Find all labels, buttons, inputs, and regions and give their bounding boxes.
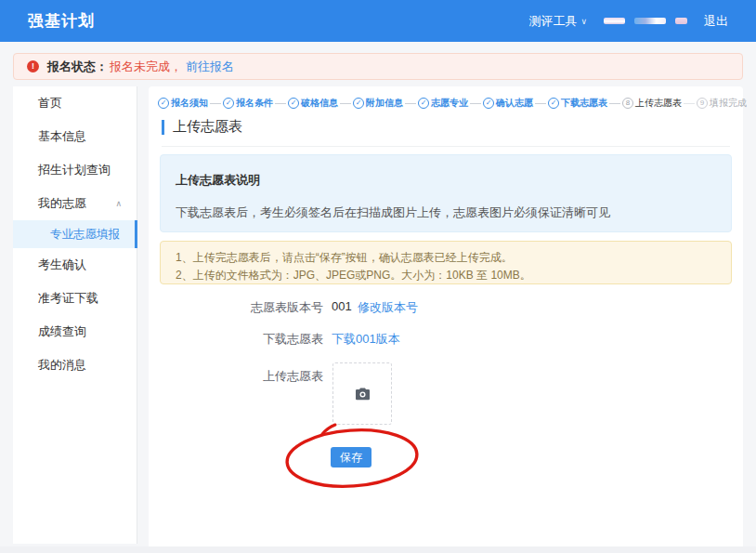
- step-connector: [535, 103, 546, 104]
- warning-line-2: 2、上传的文件格式为：JPG、JPEG或PNG。大小为：10KB 至 10MB。: [176, 267, 716, 284]
- step-download-form[interactable]: ✓ 下载志愿表: [548, 97, 607, 110]
- sidebar-item-plan-query[interactable]: 招生计划查询: [13, 153, 137, 187]
- step-label: 附加信息: [366, 97, 403, 110]
- sidebar-item-label: 考生确认: [38, 257, 86, 271]
- check-circle-icon: ✓: [288, 98, 299, 109]
- step-upload-form[interactable]: 8 上传志愿表: [622, 97, 682, 110]
- step-label: 报名条件: [236, 97, 273, 110]
- check-circle-icon: ✓: [548, 98, 559, 109]
- sidebar-item-label: 我的消息: [38, 358, 86, 372]
- go-register-link[interactable]: 前往报名: [186, 59, 234, 75]
- header-right: 测评工具 ∨ 退出: [528, 13, 728, 30]
- sidebar-item-basic-info[interactable]: 基本信息: [13, 120, 137, 153]
- sidebar: 首页 基本信息 招生计划查询 我的志愿 ∧ 专业志愿填报 考生确认 准考证下载 …: [13, 86, 137, 544]
- download-version-link[interactable]: 下载001版本: [332, 331, 400, 348]
- divider: [162, 146, 730, 147]
- redacted-block: [604, 18, 625, 24]
- sidebar-item-my-messages[interactable]: 我的消息: [13, 349, 137, 382]
- upload-requirements-box: 1、上传完志愿表后，请点击“保存”按钮，确认志愿表已经上传完成。 2、上传的文件…: [160, 241, 732, 284]
- sidebar-item-my-preferences[interactable]: 我的志愿 ∧: [13, 187, 137, 220]
- sidebar-item-ticket-download[interactable]: 准考证下载: [13, 282, 137, 315]
- step-connector: [609, 103, 620, 104]
- sidebar-item-label: 专业志愿填报: [50, 228, 120, 241]
- registration-status-alert: ! 报名状态： 报名未完成， 前往报名: [13, 53, 743, 80]
- step-label: 报名须知: [171, 97, 208, 110]
- app-header: 强基计划 测评工具 ∨ 退出: [0, 0, 756, 42]
- redacted-block: [634, 18, 666, 24]
- step-connector: [470, 103, 481, 104]
- upload-instructions-box: 上传志愿表说明 下载志愿表后，考生必须签名后在扫描成图片上传，志愿表图片必须保证…: [160, 154, 732, 232]
- save-button[interactable]: 保存: [331, 447, 371, 467]
- camera-icon: [355, 388, 371, 401]
- sidebar-item-label: 我的志愿: [38, 196, 86, 210]
- step-notice[interactable]: ✓ 报名须知: [158, 97, 208, 110]
- logout-button[interactable]: 退出: [704, 13, 728, 30]
- step-confirm-preference[interactable]: ✓ 确认志愿: [483, 97, 533, 110]
- page-title-row: 上传志愿表: [162, 118, 242, 136]
- sidebar-item-label: 招生计划查询: [38, 163, 111, 177]
- alert-label: 报名状态：: [47, 59, 108, 75]
- step-label: 破格信息: [301, 97, 338, 110]
- step-number-icon: 8: [622, 98, 633, 109]
- title-accent-bar: [162, 120, 164, 135]
- page-title: 上传志愿表: [173, 118, 242, 136]
- download-label: 下载志愿表: [162, 331, 323, 348]
- sidebar-item-major-preference-fill[interactable]: 专业志愿填报: [13, 220, 137, 248]
- chevron-up-icon: ∧: [115, 187, 122, 220]
- sidebar-item-candidate-confirm[interactable]: 考生确认: [13, 248, 137, 282]
- version-label: 志愿表版本号: [162, 299, 323, 316]
- upload-dropzone[interactable]: [332, 362, 392, 425]
- step-connector: [684, 103, 695, 104]
- check-circle-icon: ✓: [158, 98, 169, 109]
- wizard-stepper: ✓ 报名须知 ✓ 报名条件 ✓ 破格信息 ✓ 附加信息 ✓ 志愿专业 ✓ 确认志…: [158, 94, 737, 112]
- step-label: 确认志愿: [496, 97, 533, 110]
- step-connector: [275, 103, 286, 104]
- page-bottom-strip: [0, 546, 756, 553]
- notice-body: 下载志愿表后，考生必须签名后在扫描成图片上传，志愿表图片必须保证清晰可见: [176, 204, 716, 221]
- step-exception-info[interactable]: ✓ 破格信息: [288, 97, 338, 110]
- redacted-block: [675, 18, 687, 24]
- notice-title: 上传志愿表说明: [176, 172, 716, 189]
- step-label: 填报完成: [710, 97, 747, 110]
- step-connector: [340, 103, 351, 104]
- tools-dropdown-label: 测评工具: [528, 13, 577, 30]
- sidebar-item-label: 基本信息: [38, 129, 86, 143]
- step-connector: [405, 103, 416, 104]
- redacted-user-info: [604, 18, 687, 24]
- app-title: 强基计划: [28, 10, 95, 32]
- check-circle-icon: ✓: [223, 98, 234, 109]
- check-circle-icon: ✓: [483, 98, 494, 109]
- step-additional-info[interactable]: ✓ 附加信息: [353, 97, 403, 110]
- step-conditions[interactable]: ✓ 报名条件: [223, 97, 273, 110]
- upload-label: 上传志愿表: [162, 368, 323, 385]
- step-number-icon: 9: [697, 98, 708, 109]
- sidebar-item-label: 准考证下载: [38, 291, 98, 305]
- step-preference-major[interactable]: ✓ 志愿专业: [418, 97, 468, 110]
- step-label: 上传志愿表: [635, 97, 682, 110]
- step-complete[interactable]: 9 填报完成: [697, 97, 747, 110]
- warning-line-1: 1、上传完志愿表后，请点击“保存”按钮，确认志愿表已经上传完成。: [176, 249, 716, 267]
- step-connector: [210, 103, 221, 104]
- sidebar-item-score-query[interactable]: 成绩查询: [13, 315, 137, 349]
- check-circle-icon: ✓: [353, 98, 364, 109]
- check-circle-icon: ✓: [418, 98, 429, 109]
- step-label: 下载志愿表: [561, 97, 607, 110]
- modify-version-link[interactable]: 修改版本号: [358, 299, 418, 316]
- version-value: 001: [332, 299, 352, 313]
- sidebar-item-home[interactable]: 首页: [13, 86, 137, 120]
- tools-dropdown[interactable]: 测评工具 ∨: [528, 13, 587, 30]
- step-label: 志愿专业: [431, 97, 468, 110]
- sidebar-item-label: 首页: [38, 96, 62, 110]
- warning-icon: !: [27, 60, 39, 72]
- main-content: ✓ 报名须知 ✓ 报名条件 ✓ 破格信息 ✓ 附加信息 ✓ 志愿专业 ✓ 确认志…: [149, 86, 743, 546]
- alert-status-text: 报名未完成，: [110, 59, 182, 75]
- chevron-down-icon: ∨: [580, 17, 587, 26]
- sidebar-item-label: 成绩查询: [38, 324, 86, 338]
